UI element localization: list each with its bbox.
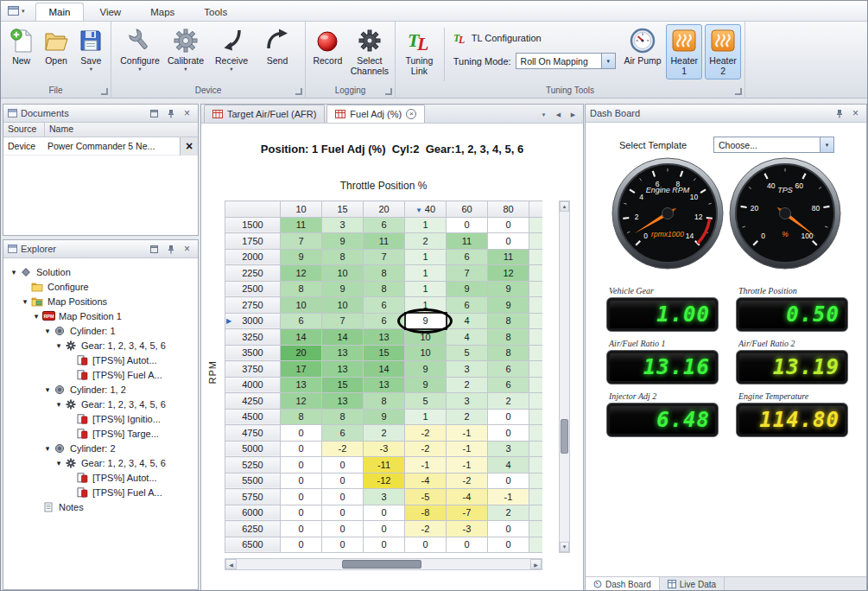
tuning-mode-select[interactable]: Roll On Mapping ▾	[516, 53, 616, 69]
grid-cell[interactable]: 14	[364, 361, 405, 378]
grid-cell[interactable]: 0	[281, 537, 322, 553]
grid-cell[interactable]: 0	[322, 505, 364, 521]
scroll-tabs-right-icon[interactable]: ▶	[567, 109, 579, 120]
grid-cell[interactable]: 0	[281, 505, 322, 521]
air-pump-button[interactable]: Air Pump	[622, 24, 664, 79]
rpm-row-header-4500[interactable]: 4500	[225, 409, 281, 425]
close-icon[interactable]: ×	[849, 107, 862, 120]
rpm-row-header-6250[interactable]: 6250	[225, 521, 281, 537]
grid-cell[interactable]: 1	[529, 441, 543, 457]
grid-cell[interactable]: 5	[447, 345, 488, 361]
grid-cell[interactable]: 0	[322, 489, 364, 505]
rpm-row-header-6000[interactable]: 6000	[225, 505, 281, 521]
grid-cell[interactable]: 6	[447, 249, 488, 265]
grid-cell[interactable]: 2	[364, 425, 405, 442]
grid-cell[interactable]: 0	[488, 425, 529, 442]
grid-cell[interactable]: 0	[322, 457, 364, 473]
rpm-row-header-2750[interactable]: 2750	[225, 297, 281, 314]
rpm-row-header-3500[interactable]: 3500	[225, 345, 281, 361]
grid-cell[interactable]: 7	[281, 233, 322, 250]
grid-cell[interactable]: -2	[322, 441, 364, 457]
close-icon[interactable]: ×	[181, 107, 193, 120]
float-window-icon[interactable]	[148, 107, 161, 120]
grid-cell[interactable]: 0	[322, 537, 364, 553]
expander-expanded-icon[interactable]: ▾	[54, 341, 64, 350]
tree-item[interactable]: [TPS%] Autot...	[5, 353, 198, 367]
tab-view[interactable]: View	[86, 3, 135, 21]
grid-cell[interactable]: 0	[447, 217, 488, 233]
expander-expanded-icon[interactable]: ▾	[54, 459, 64, 467]
grid-cell[interactable]: -5	[405, 489, 447, 505]
grid-cell[interactable]: 1	[529, 393, 543, 410]
grid-cell[interactable]: 0	[281, 425, 322, 442]
horizontal-scrollbar[interactable]: ◀ ▶	[225, 558, 542, 570]
grid-cell[interactable]: 1	[529, 473, 543, 489]
scrollbar-thumb[interactable]	[342, 560, 421, 569]
grid-cell[interactable]: 11	[447, 233, 488, 250]
tuning-link-button[interactable]: TL Tuning Link	[400, 24, 439, 79]
grid-cell[interactable]: 0	[322, 473, 364, 489]
grid-cell[interactable]: 0	[281, 489, 322, 505]
grid-cell[interactable]: 14	[322, 329, 364, 346]
tab-fuel-adj[interactable]: Fuel Adj (%) ×	[326, 105, 425, 123]
dialog-launcher-icon[interactable]	[385, 88, 392, 95]
expander-expanded-icon[interactable]: ▾	[42, 385, 53, 394]
close-tab-icon[interactable]: ×	[406, 109, 416, 119]
scroll-up-icon[interactable]: ▲	[560, 201, 569, 212]
tree-item[interactable]: ▾Cylinder: 1, 2	[5, 382, 198, 397]
rpm-row-header-5750[interactable]: 5750	[225, 489, 281, 505]
grid-cell[interactable]: 9	[447, 281, 488, 297]
grid-cell[interactable]: 8	[322, 409, 364, 425]
grid-cell[interactable]: 8	[488, 313, 529, 329]
scroll-left-icon[interactable]: ◀	[225, 559, 237, 569]
grid-cell[interactable]: -2	[447, 473, 488, 489]
grid-cell[interactable]: 1	[405, 217, 447, 233]
column-header-source[interactable]: Source	[3, 123, 45, 137]
grid-cell[interactable]: 3	[447, 361, 488, 378]
dialog-launcher-icon[interactable]	[295, 88, 302, 95]
grid-cell[interactable]: 8	[364, 265, 405, 282]
grid-cell[interactable]: 9	[322, 281, 364, 297]
expander-expanded-icon[interactable]: ▾	[9, 268, 19, 276]
grid-cell[interactable]: 1	[405, 297, 447, 314]
grid-cell[interactable]: 15	[364, 345, 405, 361]
grid-cell[interactable]: -1	[488, 489, 529, 505]
tree-item[interactable]: [TPS%] Autot...	[5, 470, 198, 485]
grid-cell[interactable]: 1	[529, 457, 543, 473]
dialog-launcher-icon[interactable]	[735, 88, 742, 95]
grid-cell[interactable]: 1	[529, 489, 543, 505]
dialog-launcher-icon[interactable]	[101, 88, 108, 95]
grid-cell[interactable]: 0	[488, 521, 529, 537]
grid-cell[interactable]: 1	[529, 281, 543, 297]
throttle-column-header-100[interactable]: 100	[529, 201, 543, 218]
grid-cell[interactable]: 0	[281, 521, 322, 537]
grid-cell[interactable]: 1	[405, 409, 447, 425]
grid-cell[interactable]: 1	[529, 345, 543, 361]
grid-cell[interactable]: 4	[488, 457, 529, 473]
grid-cell[interactable]: 1	[529, 505, 543, 521]
grid-cell[interactable]: 12	[281, 265, 322, 282]
tab-main[interactable]: Main	[35, 3, 85, 21]
grid-cell[interactable]: 10	[322, 265, 364, 282]
open-button[interactable]: Open	[40, 24, 72, 79]
pin-icon[interactable]	[833, 107, 846, 120]
grid-cell[interactable]: 1	[529, 217, 543, 233]
rpm-row-header-5000[interactable]: 5000	[225, 441, 281, 457]
tree-item[interactable]: ▾Map Positions	[5, 294, 198, 308]
grid-cell[interactable]: 13	[322, 361, 364, 378]
pin-icon[interactable]	[164, 243, 177, 256]
throttle-column-header-60[interactable]: 60	[447, 201, 488, 218]
grid-cell[interactable]: 0	[281, 441, 322, 457]
grid-cell[interactable]: 2	[488, 505, 529, 521]
receive-button[interactable]: Receive ▾	[212, 24, 251, 79]
document-row[interactable]: Device Power Commander 5 Ne... ×	[3, 137, 198, 156]
grid-cell[interactable]: 9	[322, 233, 364, 250]
vertical-scrollbar[interactable]: ▲ ▼	[559, 200, 570, 553]
grid-cell[interactable]: 0	[281, 457, 322, 473]
grid-cell[interactable]: 6	[488, 377, 529, 393]
grid-cell[interactable]: 9	[281, 249, 322, 265]
tab-target-air-fuel[interactable]: Target Air/Fuel (AFR)	[204, 105, 325, 123]
grid-cell[interactable]: 9	[364, 409, 405, 425]
grid-cell[interactable]: 10	[281, 297, 322, 314]
grid-cell[interactable]: 6	[322, 425, 364, 442]
